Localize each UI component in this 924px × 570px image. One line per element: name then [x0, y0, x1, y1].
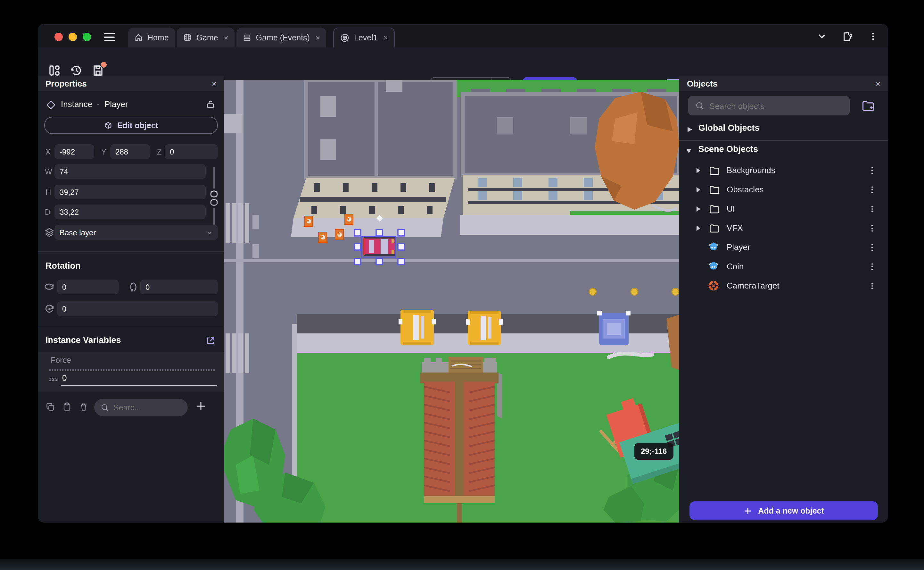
- variables-search-input[interactable]: [113, 403, 177, 412]
- tree-item-vfx[interactable]: VFX: [679, 219, 888, 238]
- lock-icon[interactable]: [206, 100, 215, 109]
- tree-item-ui[interactable]: UI: [679, 199, 888, 219]
- x-field[interactable]: [55, 144, 94, 159]
- blue-car: [597, 311, 631, 345]
- film-icon: [183, 33, 192, 42]
- close-tab-icon[interactable]: ×: [383, 33, 388, 42]
- rotate-y-icon: [128, 282, 140, 293]
- w-field[interactable]: [55, 164, 206, 179]
- rotation-z-field[interactable]: [57, 301, 218, 316]
- close-tab-icon[interactable]: ×: [316, 33, 320, 42]
- events-icon: [243, 33, 252, 42]
- link-dimensions-icon[interactable]: [208, 167, 220, 231]
- tree-item-player[interactable]: Player: [679, 238, 888, 257]
- search-icon: [101, 403, 109, 412]
- close-tab-icon[interactable]: ×: [224, 33, 228, 42]
- plus-icon: [743, 506, 752, 515]
- lane-line: [224, 259, 679, 262]
- tree-item-coin[interactable]: Coin: [679, 257, 888, 276]
- scene-canvas[interactable]: 29;-116: [224, 80, 679, 522]
- save-icon[interactable]: [92, 64, 104, 77]
- yellow-car-2: [466, 311, 503, 345]
- external-link-icon[interactable]: [206, 336, 215, 346]
- variable-row[interactable]: Force 123 0: [38, 352, 224, 392]
- z-label: Z: [157, 147, 162, 156]
- monkey-icon: [707, 241, 719, 256]
- building-top-left: [291, 80, 455, 237]
- minimize-window-button[interactable]: [69, 33, 77, 41]
- variable-name: Force: [50, 356, 71, 365]
- objects-title: Objects: [687, 79, 717, 89]
- tab-game[interactable]: Game ×: [177, 28, 235, 48]
- paste-icon[interactable]: [62, 402, 72, 412]
- objects-search[interactable]: [688, 96, 850, 115]
- kebab-menu-icon[interactable]: [867, 204, 877, 217]
- instance-icon: [47, 101, 55, 109]
- tree-item-obstacles[interactable]: Obstacles: [679, 180, 888, 199]
- history-icon[interactable]: [70, 64, 82, 77]
- kebab-menu-icon[interactable]: [867, 281, 877, 294]
- rotation-title: Rotation: [46, 261, 81, 271]
- tab-game-events[interactable]: Game (Events) ×: [237, 28, 327, 48]
- h-label: H: [46, 188, 51, 197]
- monkey-icon: [707, 260, 719, 275]
- variables-search[interactable]: [94, 399, 188, 416]
- toolbar: Preview Share: [38, 48, 888, 80]
- extension-icon[interactable]: [842, 31, 853, 44]
- add-variable-icon[interactable]: [195, 401, 206, 412]
- kebab-menu-icon[interactable]: [868, 31, 878, 44]
- close-objects-icon[interactable]: ×: [876, 79, 880, 89]
- properties-title: Properties: [46, 79, 87, 89]
- collapse-scene-icon[interactable]: [686, 148, 692, 154]
- folder-icon: [709, 165, 720, 176]
- scene-objects-section[interactable]: Scene Objects: [698, 144, 758, 154]
- delete-variable-icon[interactable]: [79, 402, 89, 412]
- y-label: Y: [101, 147, 106, 156]
- menu-icon[interactable]: [104, 33, 115, 41]
- maximize-window-button[interactable]: [82, 33, 91, 41]
- kebab-menu-icon[interactable]: [867, 262, 877, 274]
- tree-item-cameratarget[interactable]: CameraTarget: [679, 276, 888, 296]
- add-folder-icon[interactable]: [861, 99, 875, 115]
- z-field[interactable]: [165, 144, 218, 159]
- objects-search-input[interactable]: [709, 101, 837, 110]
- d-field[interactable]: [55, 205, 206, 219]
- h-field[interactable]: [55, 185, 206, 199]
- kebab-menu-icon[interactable]: [867, 242, 877, 255]
- tab-label: Game: [196, 33, 218, 42]
- folder-icon: [709, 184, 720, 196]
- app-window: Home Game × Game (Events) × Level1 ×: [38, 24, 888, 522]
- tree-item-backgrounds[interactable]: Backgrounds: [679, 161, 888, 180]
- folder-icon: [709, 222, 720, 234]
- home-icon: [134, 33, 143, 42]
- layout-icon[interactable]: [48, 64, 61, 77]
- add-new-object-button[interactable]: Add a new object: [689, 501, 878, 520]
- layer-select[interactable]: Base layer: [55, 225, 218, 240]
- rotation-x-field[interactable]: [57, 280, 119, 294]
- close-window-button[interactable]: [55, 33, 63, 41]
- expand-global-icon[interactable]: [687, 126, 693, 133]
- variable-value[interactable]: 0: [62, 373, 67, 383]
- kebab-menu-icon[interactable]: [867, 185, 877, 198]
- d-label: D: [45, 208, 50, 217]
- y-field[interactable]: [110, 144, 150, 159]
- tab-home[interactable]: Home: [128, 28, 175, 48]
- global-objects-section[interactable]: Global Objects: [698, 123, 760, 133]
- titlebar: Home Game × Game (Events) × Level1 ×: [38, 24, 888, 48]
- screen-noise-strip: [0, 559, 924, 570]
- yellow-car-1: [399, 310, 436, 345]
- edit-object-button[interactable]: Edit object: [44, 117, 218, 134]
- cursor-coordinates-badge: 29;-116: [634, 443, 673, 460]
- rotation-y-field[interactable]: [141, 280, 218, 294]
- folder-icon: [709, 203, 720, 215]
- tab-level1[interactable]: Level1 ×: [333, 28, 395, 48]
- w-label: W: [45, 167, 52, 176]
- x-label: X: [46, 147, 50, 156]
- kebab-menu-icon[interactable]: [867, 165, 877, 178]
- rotate-x-icon: [44, 282, 55, 293]
- copy-icon[interactable]: [46, 402, 55, 412]
- chevron-down-icon[interactable]: [817, 31, 826, 44]
- close-properties-icon[interactable]: ×: [212, 79, 217, 89]
- kebab-menu-icon[interactable]: [867, 223, 877, 236]
- layer-icon: [44, 227, 55, 237]
